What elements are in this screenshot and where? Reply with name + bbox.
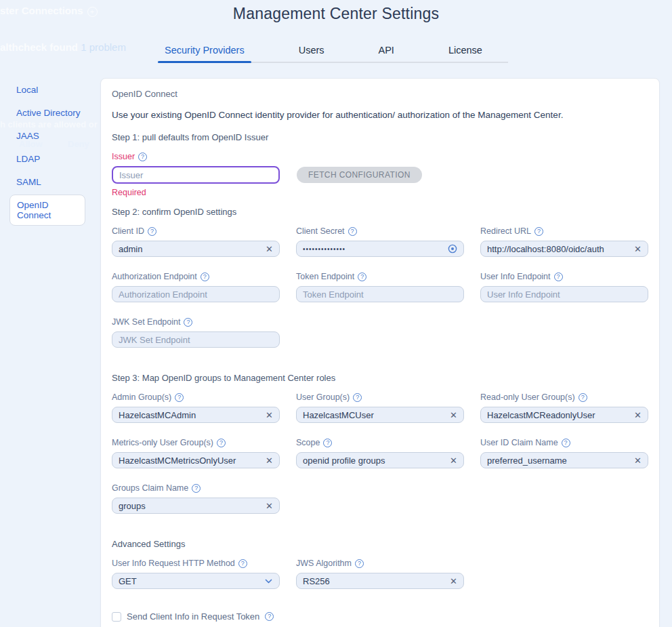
issuer-label-text: Issuer <box>112 152 135 161</box>
user-info-endpoint-input[interactable] <box>487 289 642 300</box>
page-title: Management Center Settings <box>0 0 672 23</box>
clear-icon[interactable]: ✕ <box>450 410 457 420</box>
clear-icon[interactable]: ✕ <box>450 456 457 466</box>
issuer-input[interactable] <box>119 170 272 180</box>
user-info-endpoint-field: User Info Endpoint ? <box>480 272 648 302</box>
clear-icon[interactable]: ✕ <box>634 456 642 466</box>
help-icon[interactable]: ? <box>353 393 362 402</box>
redirect-url-field: Redirect URL ? ✕ <box>480 226 648 257</box>
token-endpoint-input[interactable] <box>303 289 457 300</box>
help-icon[interactable]: ? <box>192 484 201 493</box>
tab-security-providers[interactable]: Security Providers <box>158 45 251 62</box>
step1-title: Step 1: pull defaults from OpenID Issuer <box>112 132 648 142</box>
redirect-url-input[interactable] <box>487 244 630 254</box>
client-secret-input[interactable] <box>303 245 444 253</box>
sidebar-item-openid-connect[interactable]: OpenID Connect <box>9 195 85 226</box>
user-groups-input-box: ✕ <box>296 407 464 423</box>
groups-claim-name-input[interactable] <box>119 501 261 511</box>
clear-icon[interactable]: ✕ <box>266 410 273 420</box>
clear-icon[interactable]: ✕ <box>634 410 642 420</box>
help-icon[interactable]: ? <box>348 227 357 236</box>
issuer-required-error: Required <box>112 188 648 197</box>
help-icon[interactable]: ? <box>579 393 587 402</box>
sidebar-item-active-directory[interactable]: Active Directory <box>16 102 100 123</box>
field-label-text: Metrics-only User Group(s) <box>112 438 213 447</box>
fetch-configuration-button[interactable]: FETCH CONFIGURATION <box>297 167 422 183</box>
client-secret-label: Client Secret ? <box>296 226 464 236</box>
jws-algorithm-field: JWS Algorithm ? ✕ <box>296 559 464 589</box>
authorization-endpoint-label: Authorization Endpoint ? <box>112 272 280 281</box>
send-client-info-row: Send Client Info in Request Token ? <box>112 611 648 622</box>
user-info-endpoint-input-box <box>480 286 648 302</box>
reveal-password-icon[interactable] <box>448 244 457 254</box>
tab-users[interactable]: Users <box>292 45 331 62</box>
user-info-http-method-select[interactable] <box>112 573 280 589</box>
field-label-text: Client ID <box>112 226 144 236</box>
sidebar-item-local[interactable]: Local <box>16 79 100 100</box>
help-icon[interactable]: ? <box>238 559 247 568</box>
readonly-user-groups-input[interactable] <box>487 410 630 420</box>
authorization-endpoint-input[interactable] <box>119 289 273 300</box>
admin-groups-label: Admin Group(s) ? <box>112 392 280 402</box>
send-client-info-checkbox[interactable] <box>112 612 121 622</box>
clear-icon[interactable]: ✕ <box>450 576 457 586</box>
tab-license[interactable]: License <box>442 45 489 62</box>
scope-input[interactable] <box>303 456 446 466</box>
field-label-text: User Info Request HTTP Method <box>112 559 235 568</box>
help-icon[interactable]: ? <box>265 612 274 621</box>
help-icon[interactable]: ? <box>562 439 570 447</box>
metrics-only-user-groups-input[interactable] <box>119 456 261 466</box>
help-icon[interactable]: ? <box>323 439 332 447</box>
step2-title: Step 2: confirm OpenID settings <box>112 207 648 217</box>
sidebar-item-ldap[interactable]: LDAP <box>16 148 100 169</box>
help-icon[interactable]: ? <box>175 393 184 402</box>
user-info-http-method-label: User Info Request HTTP Method ? <box>112 559 280 568</box>
groups-claim-name-field: Groups Claim Name ? ✕ <box>112 483 280 514</box>
clear-icon[interactable]: ✕ <box>266 244 273 254</box>
help-icon[interactable]: ? <box>217 439 226 447</box>
help-icon[interactable]: ? <box>355 559 364 568</box>
user-groups-label: User Group(s) ? <box>296 392 464 402</box>
openid-connect-panel: OpenID Connect Use your existing OpenID … <box>100 78 660 627</box>
help-icon[interactable]: ? <box>201 272 209 281</box>
help-icon[interactable]: ? <box>358 272 366 281</box>
jws-algorithm-input[interactable] <box>303 576 446 586</box>
tab-api[interactable]: API <box>372 45 401 62</box>
help-icon[interactable]: ? <box>138 153 147 161</box>
sidebar-item-saml[interactable]: SAML <box>16 171 100 193</box>
help-icon[interactable]: ? <box>148 227 156 236</box>
field-label-text: User Group(s) <box>296 392 350 402</box>
user-id-claim-name-input[interactable] <box>487 456 630 466</box>
jwk-set-endpoint-input-box <box>112 331 280 348</box>
field-label-text: Scope <box>296 438 320 447</box>
issuer-label: Issuer ? <box>112 152 648 161</box>
send-client-info-label: Send Client Info in Request Token <box>127 611 259 622</box>
clear-icon[interactable]: ✕ <box>266 501 273 511</box>
metrics-only-user-groups-label: Metrics-only User Group(s) ? <box>112 438 280 447</box>
help-icon[interactable]: ? <box>184 318 192 327</box>
user-groups-input[interactable] <box>303 410 446 420</box>
client-secret-input-box <box>296 241 464 257</box>
field-label-text: JWS Algorithm <box>296 559 352 568</box>
readonly-user-groups-label: Read-only User Group(s) ? <box>480 392 648 402</box>
client-id-field: Client ID ? ✕ <box>112 226 280 257</box>
admin-groups-field: Admin Group(s) ? ✕ <box>112 392 280 423</box>
jwk-set-endpoint-input[interactable] <box>119 335 273 345</box>
chevron-down-icon[interactable] <box>264 577 273 586</box>
help-icon[interactable]: ? <box>534 227 543 236</box>
field-label-text: Read-only User Group(s) <box>480 392 575 402</box>
clear-icon[interactable]: ✕ <box>634 244 642 254</box>
readonly-user-groups-field: Read-only User Group(s) ? ✕ <box>480 392 648 423</box>
field-label-text: User ID Claim Name <box>480 438 558 447</box>
field-label-text: JWK Set Endpoint <box>112 317 180 327</box>
issuer-row: FETCH CONFIGURATION <box>112 166 648 184</box>
user-info-http-method-value <box>119 576 260 586</box>
admin-groups-input[interactable] <box>119 410 261 420</box>
step3-title: Step 3: Map OpenID groups to Management … <box>112 373 648 383</box>
client-id-label: Client ID ? <box>112 226 280 236</box>
client-id-input[interactable] <box>119 244 261 254</box>
sidebar-item-jaas[interactable]: JAAS <box>16 125 100 146</box>
help-icon[interactable]: ? <box>554 272 563 281</box>
clear-icon[interactable]: ✕ <box>266 456 273 466</box>
jws-algorithm-input-box: ✕ <box>296 573 464 589</box>
